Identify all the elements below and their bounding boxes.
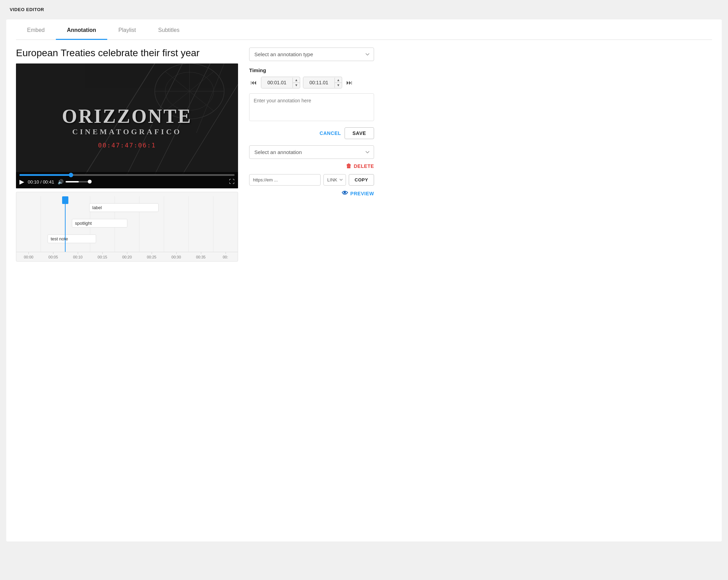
preview-row: 👁 PREVIEW <box>249 190 374 197</box>
progress-handle <box>69 173 73 177</box>
app-title: VIDEO EDITOR <box>10 7 44 12</box>
ruler-tick-0: 00:00 <box>16 255 41 259</box>
cancel-button[interactable]: CANCEL <box>320 130 341 136</box>
timing-start-up[interactable]: ▲ <box>293 78 300 83</box>
annotation-block-label[interactable]: label <box>89 203 159 212</box>
ruler-tick-8: 00: <box>213 255 238 259</box>
svg-line-4 <box>196 63 224 133</box>
save-button[interactable]: SAVE <box>345 127 374 139</box>
volume-container: 🔊 <box>58 179 90 185</box>
timing-start-input-wrap: ▲ ▼ <box>261 77 300 88</box>
right-panel: Select an annotation type Timing ⏮ ▲ ▼ <box>249 48 374 197</box>
film-title-orizzonte: ORIZZONTE <box>62 105 192 127</box>
timing-start-input[interactable] <box>261 77 293 88</box>
delete-label: DELETE <box>354 163 374 169</box>
ruler-tick-1: 00:05 <box>41 255 66 259</box>
preview-label: PREVIEW <box>350 191 374 196</box>
delete-button[interactable]: 🗑 DELETE <box>346 163 374 169</box>
controls-row: ▶ 00:10 / 00:41 🔊 <box>19 178 235 186</box>
volume-handle <box>88 180 92 184</box>
timing-label: Timing <box>249 67 374 73</box>
timing-end-up[interactable]: ▲ <box>335 78 342 83</box>
timing-start-down[interactable]: ▼ <box>293 83 300 88</box>
timecode-overlay: 00:47:47:06:1 <box>98 142 156 149</box>
film-bg: ORIZZONTE CINEMATOGRAFICO 00:47:47:06:1 <box>16 63 238 188</box>
annotation-block-test-note[interactable]: test note <box>48 234 96 243</box>
video-controls: ▶ 00:10 / 00:41 🔊 <box>16 172 238 188</box>
copy-button[interactable]: COPY <box>349 174 374 186</box>
ruler-tick-2: 00:10 <box>66 255 90 259</box>
tab-embed[interactable]: Embed <box>16 19 56 40</box>
timeline-ruler: 00:00 00:05 00:10 00:15 00:20 00:25 00:3… <box>16 252 238 261</box>
timing-row: ⏮ ▲ ▼ ▲ ▼ ⏭ <box>249 77 374 88</box>
tab-annotation[interactable]: Annotation <box>56 19 107 40</box>
timeline-playhead[interactable] <box>65 196 66 252</box>
fullscreen-button[interactable]: ⛶ <box>229 179 235 185</box>
ruler-tick-3: 00:15 <box>90 255 115 259</box>
video-player: ORIZZONTE CINEMATOGRAFICO 00:47:47:06:1 <box>16 63 238 188</box>
playhead-marker <box>62 196 68 204</box>
volume-icon[interactable]: 🔊 <box>58 179 64 185</box>
time-display: 00:10 / 00:41 <box>28 179 54 185</box>
timing-end-input[interactable] <box>303 77 335 88</box>
action-buttons: CANCEL SAVE <box>249 127 374 139</box>
preview-eye-icon: 👁 <box>342 190 348 197</box>
preview-button[interactable]: 👁 PREVIEW <box>342 190 374 197</box>
video-title: European Treaties celebrate their first … <box>16 48 238 59</box>
content-area: European Treaties celebrate their first … <box>16 48 712 262</box>
tab-playlist[interactable]: Playlist <box>107 19 147 40</box>
tabs-bar: Embed Annotation Playlist Subtitles <box>16 19 712 40</box>
link-url-input[interactable] <box>249 174 321 186</box>
annotation-type-select[interactable]: Select an annotation type <box>249 48 374 61</box>
film-text: ORIZZONTE CINEMATOGRAFICO <box>62 105 192 136</box>
delete-icon: 🗑 <box>346 163 352 169</box>
top-bar: VIDEO EDITOR <box>0 0 728 16</box>
volume-fill <box>66 181 79 182</box>
timeline-container: label spotlight test note 00:00 00:05 00… <box>16 192 238 262</box>
progress-bar-container[interactable] <box>19 174 235 176</box>
volume-bar[interactable] <box>66 181 90 182</box>
ruler-tick-7: 00:35 <box>188 255 213 259</box>
play-button[interactable]: ▶ <box>19 178 24 186</box>
timing-end-input-wrap: ▲ ▼ <box>303 77 342 88</box>
timing-end-down[interactable]: ▼ <box>335 83 342 88</box>
timing-skip-back-button[interactable]: ⏮ <box>249 78 258 88</box>
annotation-block-spotlight[interactable]: spotlight <box>72 219 127 228</box>
delete-row: 🗑 DELETE <box>249 163 374 169</box>
annotation-textarea[interactable] <box>249 93 374 121</box>
link-type-select[interactable]: LINK <box>323 174 346 186</box>
timeline-tracks: label spotlight test note <box>16 196 238 252</box>
ruler-tick-5: 00:25 <box>139 255 164 259</box>
ruler-tick-4: 00:20 <box>115 255 139 259</box>
progress-bar-fill <box>19 174 71 176</box>
ruler-tick-6: 00:30 <box>164 255 188 259</box>
film-subtitle: CINEMATOGRAFICO <box>62 127 192 136</box>
tab-subtitles[interactable]: Subtitles <box>147 19 191 40</box>
timing-start-spinners: ▲ ▼ <box>293 78 300 88</box>
link-row: LINK COPY <box>249 174 374 186</box>
timing-skip-forward-button[interactable]: ⏭ <box>345 78 354 88</box>
left-panel: European Treaties celebrate their first … <box>16 48 238 262</box>
main-container: Embed Annotation Playlist Subtitles Euro… <box>6 19 722 541</box>
select-annotation-select[interactable]: Select an annotation <box>249 145 374 159</box>
timing-end-spinners: ▲ ▼ <box>335 78 342 88</box>
page-wrapper: VIDEO EDITOR Embed Annotation Playlist S… <box>0 0 728 580</box>
